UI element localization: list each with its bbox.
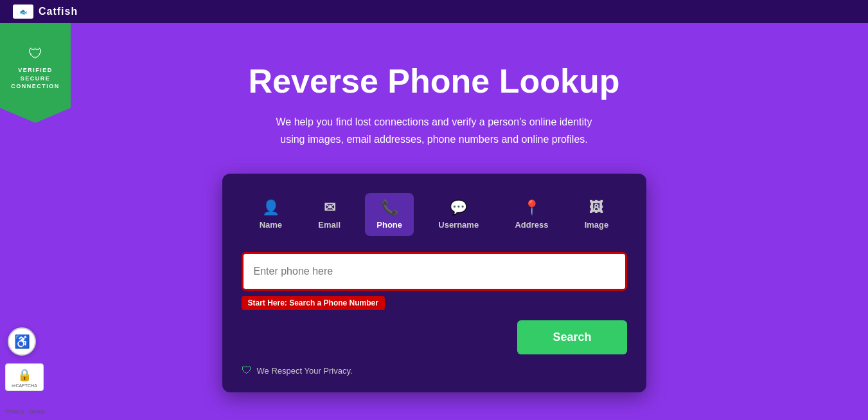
recaptcha-icon: 🔒 [8,368,40,382]
tab-address[interactable]: 📍 Address [503,193,560,236]
tab-address-label: Address [515,220,548,230]
address-icon: 📍 [523,199,540,216]
privacy-text: We Respect Your Privacy. [257,366,353,376]
logo-text: Catfish [39,6,78,17]
phone-input[interactable] [244,254,625,289]
accessibility-button[interactable]: ♿ [8,327,36,356]
secure-badge-text: VERIFIED SECURE CONNECTION [11,66,60,91]
search-card: 👤 Name ✉ Email 📞 Phone 💬 Username 📍 Addr… [222,174,646,392]
logo-icon: 🐟 [13,5,33,19]
tab-name-label: Name [260,220,282,230]
username-icon: 💬 [450,199,467,216]
tab-phone[interactable]: 📞 Phone [365,193,414,236]
tab-phone-label: Phone [376,220,402,230]
accessibility-icon: ♿ [14,334,30,349]
person-icon: 👤 [262,199,279,216]
search-row: Search [242,320,627,354]
footer-links: Privacy - Terms [5,408,45,415]
error-hint: Start Here: Search a Phone Number [242,296,385,310]
secure-badge: 🛡 VERIFIED SECURE CONNECTION [0,23,71,123]
tab-username[interactable]: 💬 Username [427,193,490,236]
image-icon: 🖼 [589,199,603,216]
tab-image-label: Image [585,220,609,230]
terms-link[interactable]: Terms [29,408,45,415]
email-icon: ✉ [324,199,335,216]
recaptcha-label: reCAPTCHA [8,383,40,388]
tab-email-label: Email [318,220,341,230]
privacy-shield-icon: 🛡 [242,365,252,376]
phone-input-wrapper [242,252,627,291]
hero-subtitle: We help you find lost connections and ve… [267,113,601,148]
tab-name[interactable]: 👤 Name [248,193,294,236]
nav-logo[interactable]: 🐟 Catfish [13,5,78,19]
privacy-note: 🛡 We Respect Your Privacy. [242,365,627,376]
main-content: 🛡 VERIFIED SECURE CONNECTION Reverse Pho… [0,23,868,420]
privacy-link[interactable]: Privacy [5,408,24,415]
tab-image[interactable]: 🖼 Image [573,193,621,236]
hero-title: Reverse Phone Lookup [249,62,620,100]
tab-row: 👤 Name ✉ Email 📞 Phone 💬 Username 📍 Addr… [242,193,627,236]
tab-email[interactable]: ✉ Email [306,193,352,236]
recaptcha-badge: 🔒 reCAPTCHA [5,363,44,391]
tab-username-label: Username [438,220,479,230]
top-nav: 🐟 Catfish [0,0,868,23]
phone-icon: 📞 [381,199,398,216]
shield-icon: 🛡 [28,46,42,62]
search-button[interactable]: Search [517,320,626,354]
